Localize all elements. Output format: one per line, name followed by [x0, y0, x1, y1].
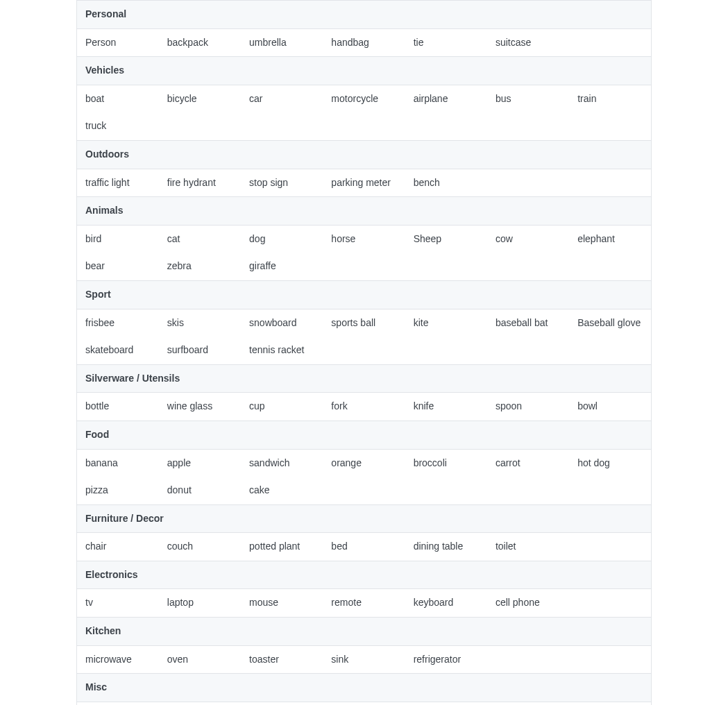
- category-table: Personal Person backpack umbrella handba…: [76, 0, 652, 705]
- category-item: bus: [487, 85, 569, 112]
- empty-cell: [487, 645, 569, 674]
- empty-cell: [569, 337, 651, 364]
- section-header: Furniture / Decor: [77, 504, 652, 533]
- section-header-row: Vehicles: [77, 57, 652, 85]
- category-item: Baseball glove: [569, 309, 651, 337]
- section-header: Kitchen: [77, 618, 652, 646]
- section-items-row: bird cat dog horse Sheep cow elephant: [77, 225, 652, 253]
- empty-cell: [487, 253, 569, 280]
- category-item: frisbee: [77, 309, 159, 337]
- section-header-row: Animals: [77, 197, 652, 226]
- empty-cell: [323, 477, 405, 504]
- section-header: Animals: [77, 197, 652, 226]
- empty-cell: [405, 253, 487, 280]
- category-item: skis: [159, 309, 241, 337]
- section-items-row: chair couch potted plant bed dining tabl…: [77, 533, 652, 561]
- category-item: bottle: [77, 393, 159, 421]
- category-item: Sheep: [405, 225, 487, 253]
- section-items-row: Person backpack umbrella handbag tie sui…: [77, 28, 652, 57]
- section-items-row: bear zebra giraffe: [77, 253, 652, 280]
- category-item: sports ball: [323, 309, 405, 337]
- category-item: cow: [487, 225, 569, 253]
- section-items-row: truck: [77, 112, 652, 140]
- category-item: toaster: [241, 645, 323, 674]
- section-items-row: book clock vase scissors teddy bear hair…: [77, 702, 652, 705]
- category-item: toothbrush: [569, 702, 651, 705]
- category-item: potted plant: [241, 533, 323, 561]
- category-item: horse: [323, 225, 405, 253]
- category-item: bird: [77, 225, 159, 253]
- section-header: Vehicles: [77, 57, 652, 85]
- category-item: boat: [77, 85, 159, 112]
- category-item: surfboard: [159, 337, 241, 364]
- empty-cell: [569, 589, 651, 618]
- empty-cell: [323, 112, 405, 140]
- category-item: knife: [405, 393, 487, 421]
- section-items-row: pizza donut cake: [77, 477, 652, 504]
- section-items-row: skateboard surfboard tennis racket: [77, 337, 652, 364]
- table-body: Personal Person backpack umbrella handba…: [77, 1, 652, 706]
- page: Personal Person backpack umbrella handba…: [0, 0, 728, 705]
- category-item: carrot: [487, 449, 569, 477]
- empty-cell: [241, 112, 323, 140]
- category-item: banana: [77, 449, 159, 477]
- section-header-row: Electronics: [77, 561, 652, 589]
- category-item: cake: [241, 477, 323, 504]
- category-item: keyboard: [405, 589, 487, 618]
- category-item: car: [241, 85, 323, 112]
- empty-cell: [569, 533, 651, 561]
- category-item: snowboard: [241, 309, 323, 337]
- category-item: remote: [323, 589, 405, 618]
- section-items-row: traffic light fire hydrant stop sign par…: [77, 169, 652, 197]
- category-item: motorcycle: [323, 85, 405, 112]
- category-item: airplane: [405, 85, 487, 112]
- section-header-row: Misc: [77, 674, 652, 702]
- category-item: kite: [405, 309, 487, 337]
- category-item: backpack: [159, 28, 241, 57]
- section-header: Personal: [77, 1, 652, 29]
- section-items-row: bottle wine glass cup fork knife spoon b…: [77, 393, 652, 421]
- section-header-row: Furniture / Decor: [77, 504, 652, 533]
- section-header-row: Sport: [77, 280, 652, 309]
- category-item: parking meter: [323, 169, 405, 197]
- category-item: elephant: [569, 225, 651, 253]
- category-item: scissors: [323, 702, 405, 705]
- empty-cell: [487, 337, 569, 364]
- empty-cell: [159, 112, 241, 140]
- section-header-row: Personal: [77, 1, 652, 29]
- section-header: Sport: [77, 280, 652, 309]
- category-item: stop sign: [241, 169, 323, 197]
- category-item: suitcase: [487, 28, 569, 57]
- category-item: laptop: [159, 589, 241, 618]
- category-item: truck: [77, 112, 159, 140]
- category-item: couch: [159, 533, 241, 561]
- section-items-row: banana apple sandwich orange broccoli ca…: [77, 449, 652, 477]
- category-item: book: [77, 702, 159, 705]
- category-item: bowl: [569, 393, 651, 421]
- section-items-row: microwave oven toaster sink refrigerator: [77, 645, 652, 674]
- category-item: baseball bat: [487, 309, 569, 337]
- category-item: bear: [77, 253, 159, 280]
- empty-cell: [323, 337, 405, 364]
- empty-cell: [569, 645, 651, 674]
- section-header-row: Outdoors: [77, 140, 652, 169]
- empty-cell: [569, 169, 651, 197]
- category-item: chair: [77, 533, 159, 561]
- empty-cell: [569, 253, 651, 280]
- category-item: fire hydrant: [159, 169, 241, 197]
- empty-cell: [487, 169, 569, 197]
- category-item: teddy bear: [405, 702, 487, 705]
- category-item: vase: [241, 702, 323, 705]
- category-item: fork: [323, 393, 405, 421]
- section-header: Misc: [77, 674, 652, 702]
- category-item: tv: [77, 589, 159, 618]
- category-item: oven: [159, 645, 241, 674]
- category-item: sink: [323, 645, 405, 674]
- category-item: tennis racket: [241, 337, 323, 364]
- category-item: Person: [77, 28, 159, 57]
- category-item: skateboard: [77, 337, 159, 364]
- section-header-row: Silverware / Utensils: [77, 364, 652, 393]
- section-items-row: tv laptop mouse remote keyboard cell pho…: [77, 589, 652, 618]
- category-item: broccoli: [405, 449, 487, 477]
- empty-cell: [487, 477, 569, 504]
